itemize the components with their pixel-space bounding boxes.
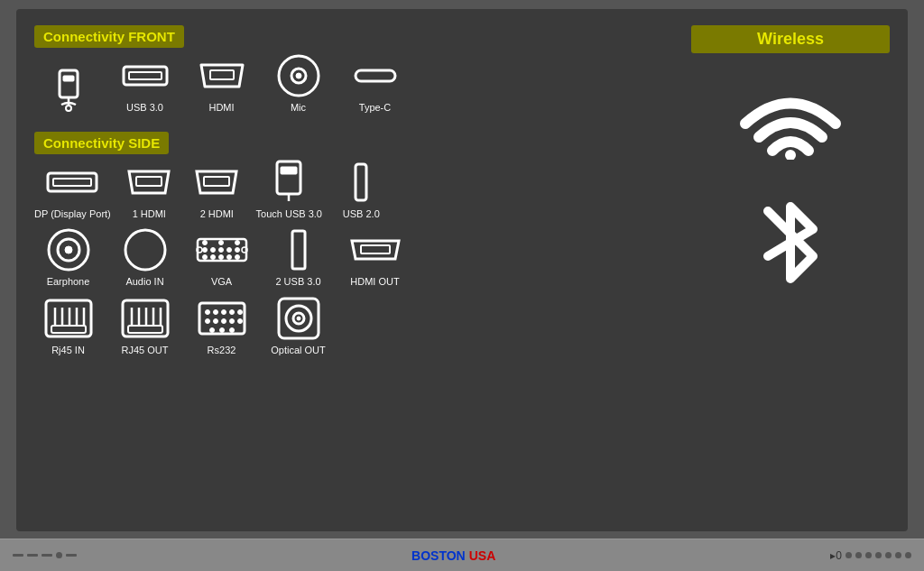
touch-usb3-label: Touch USB 3.0 — [256, 208, 322, 220]
touch-usb3-icon — [263, 160, 315, 205]
typec-item: Type-C — [341, 53, 409, 114]
svg-point-73 — [785, 150, 796, 160]
mic-label: Mic — [291, 102, 306, 114]
svg-rect-13 — [136, 177, 162, 186]
earphone-item: Earphone — [34, 227, 102, 288]
svg-rect-39 — [292, 231, 305, 269]
wifi-icon — [736, 71, 845, 161]
rj45out-label: RJ45 OUT — [122, 345, 169, 356]
touch-usb3-item: Touch USB 3.0 — [255, 160, 323, 220]
svg-point-72 — [297, 317, 300, 320]
typec-label: Type-C — [359, 102, 391, 114]
mic-icon — [273, 53, 325, 98]
rs232-item: Rs232 — [188, 296, 255, 356]
svg-point-57 — [213, 309, 217, 314]
rj45out-icon — [119, 296, 171, 341]
svg-point-21 — [65, 246, 72, 253]
svg-rect-4 — [124, 67, 167, 85]
svg-rect-14 — [204, 177, 229, 186]
rj45out-item: RJ45 OUT — [111, 296, 179, 356]
opticalout-label: Optical OUT — [271, 345, 326, 356]
2hdmi-item: 2 HDMI — [188, 160, 246, 220]
1hdmi-icon — [123, 160, 175, 205]
usb3-icon — [119, 53, 171, 98]
audioin-item: Audio IN — [111, 227, 179, 288]
dot2 — [845, 552, 852, 558]
left-panel: Connectivity FRONT — [34, 25, 682, 520]
1hdmi-label: 1 HDMI — [133, 208, 166, 220]
1hdmi-item: 1 HDMI — [120, 160, 179, 220]
bottom-left-controls — [13, 552, 77, 558]
rj45in-item: Rj45 IN — [34, 296, 102, 356]
touch-usb-item — [34, 69, 102, 114]
svg-point-67 — [219, 327, 224, 332]
hdmiout-label: HDMI OUT — [350, 276, 399, 288]
svg-point-31 — [218, 255, 223, 260]
svg-rect-47 — [51, 326, 86, 333]
dash1 — [13, 554, 23, 557]
side-row2: Earphone Audio IN — [34, 227, 682, 288]
svg-point-25 — [210, 248, 215, 253]
usb2-label: USB 2.0 — [343, 208, 380, 220]
dot7 — [895, 552, 901, 558]
svg-point-35 — [218, 241, 223, 245]
dash4 — [66, 554, 77, 557]
svg-rect-12 — [53, 179, 91, 186]
opticalout-icon — [273, 296, 325, 341]
audioin-icon — [119, 227, 171, 272]
vga-icon — [196, 227, 248, 272]
svg-point-63 — [221, 318, 226, 323]
usb3-label: USB 3.0 — [126, 102, 163, 114]
svg-rect-1 — [63, 76, 74, 81]
dot4 — [865, 552, 872, 558]
hdmiout-icon — [349, 227, 402, 272]
connectivity-front-header: Connectivity FRONT — [34, 25, 184, 48]
svg-point-27 — [226, 248, 231, 253]
svg-point-36 — [235, 241, 239, 245]
connectivity-side-header: Connectivity SIDE — [34, 132, 169, 154]
dash3 — [42, 554, 52, 557]
dot8 — [905, 552, 911, 558]
svg-point-33 — [235, 255, 239, 260]
svg-point-22 — [125, 230, 165, 270]
svg-rect-18 — [356, 164, 366, 200]
svg-point-28 — [235, 248, 239, 253]
svg-point-61 — [205, 318, 209, 323]
earphone-icon — [42, 227, 95, 272]
main-screen: Connectivity FRONT — [16, 9, 908, 531]
rj45in-icon — [42, 296, 95, 341]
bluetooth-icon — [736, 184, 845, 301]
typec-icon — [349, 53, 402, 98]
svg-point-60 — [237, 309, 242, 314]
dot3 — [855, 552, 862, 558]
bottom-bar: BOSTON USA ▸0 — [0, 539, 924, 571]
side-row1: DP (Display Port) 1 HDMI — [34, 160, 682, 220]
front-icon-row: USB 3.0 HDMI — [34, 53, 682, 114]
dot1 — [56, 552, 62, 558]
svg-point-58 — [221, 309, 226, 314]
rs232-icon — [196, 296, 248, 341]
earphone-label: Earphone — [47, 276, 90, 288]
dot6 — [885, 552, 892, 558]
dp-item: DP (Display Port) — [34, 160, 111, 220]
svg-rect-0 — [60, 70, 78, 97]
svg-rect-5 — [129, 72, 162, 79]
usb2-item: USB 2.0 — [332, 160, 391, 220]
vga-item: VGA — [188, 227, 255, 288]
connectivity-side-section: Connectivity SIDE DP (Display Port) — [34, 132, 682, 364]
2usb3-label: 2 USB 3.0 — [275, 276, 320, 288]
hdmi-icon — [196, 53, 248, 98]
2usb3-item: 2 USB 3.0 — [264, 227, 332, 288]
mic-item: Mic — [264, 53, 332, 114]
hdmiout-item: HDMI OUT — [341, 227, 409, 288]
rs232-label: Rs232 — [208, 345, 236, 356]
2hdmi-icon — [190, 160, 243, 205]
svg-point-26 — [218, 248, 223, 253]
touch-usb-icon — [42, 69, 95, 114]
hdmi-item: HDMI — [188, 53, 255, 114]
hdmi-label: HDMI — [208, 102, 234, 114]
2hdmi-label: 2 HDMI — [200, 208, 234, 220]
svg-point-64 — [229, 318, 234, 323]
svg-rect-40 — [361, 245, 390, 253]
svg-point-9 — [296, 73, 301, 78]
